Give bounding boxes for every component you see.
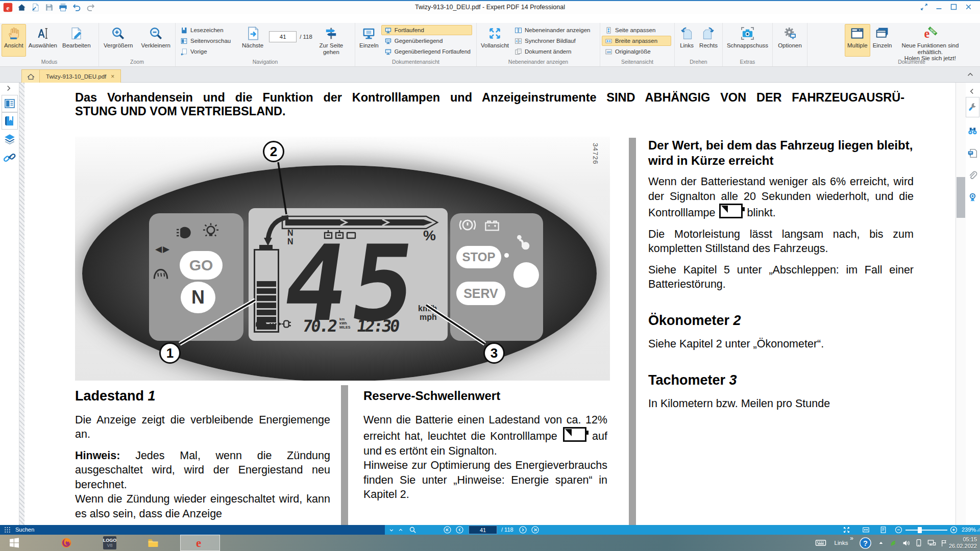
tools-panel-button[interactable] <box>966 97 979 117</box>
gegenueberliegend-fortlaufend-item[interactable]: Gegenüberliegend Fortlaufend <box>381 46 472 57</box>
dokument-aendern-item[interactable]: Dokument ändern <box>511 46 597 57</box>
search-icon[interactable] <box>408 525 417 534</box>
hand-icon <box>6 26 21 41</box>
schnappschuss-button[interactable]: Schnappschuss <box>724 24 771 57</box>
optionen-button[interactable]: Optionen <box>775 24 804 57</box>
attachments-panel-icon[interactable] <box>967 170 978 181</box>
bearbeiten-button[interactable]: Bearbeiten <box>60 24 93 57</box>
search-down-icon[interactable] <box>388 527 395 534</box>
expand-panel-icon[interactable] <box>4 84 13 93</box>
zur-seite-gehen-button[interactable]: Zur Seite gehen <box>315 24 347 57</box>
einzeln-view-button[interactable]: Einzeln <box>357 24 381 57</box>
layers-panel-icon[interactable] <box>3 133 16 146</box>
zoom-slider-track[interactable] <box>905 530 947 531</box>
naechste-button[interactable]: Nächste <box>239 24 266 57</box>
gear-icon <box>782 26 797 41</box>
originalgroesse-item[interactable]: 100Originalgröße <box>602 46 671 57</box>
statusbar: Suchen 41 / 118 239% <box>0 525 980 535</box>
ansicht-mode-button[interactable]: Ansicht <box>2 24 26 57</box>
panel-splitter[interactable] <box>19 83 24 525</box>
rotate-left-button[interactable]: Links <box>677 24 697 57</box>
neue-funktionen-button[interactable]: eNEWNeue Funktionen sind erhältlich.Hole… <box>894 24 966 57</box>
action-center-button[interactable] <box>938 535 949 551</box>
flag-icon <box>940 539 948 547</box>
page-thumbnails-button[interactable] <box>2 95 18 112</box>
sync-scroll-icon <box>514 37 522 45</box>
grid-dots-icon[interactable] <box>3 525 12 534</box>
show-hidden-icons-button[interactable] <box>875 535 887 551</box>
zoom-slider-handle[interactable] <box>918 527 922 533</box>
previous-page-icon[interactable] <box>455 525 464 534</box>
breite-anpassen-item[interactable]: Breite anpassen <box>602 36 671 46</box>
taskbar-expert-pdf-button[interactable]: e <box>180 535 220 551</box>
zoom-in-button[interactable]: Vergrößern <box>101 24 136 57</box>
taskbar-logo-v8-button[interactable]: LOGOV8 <box>93 535 126 551</box>
group-label-optionen <box>773 59 807 66</box>
column-separator <box>629 138 636 525</box>
search-up-icon[interactable] <box>397 527 404 534</box>
single-window-icon <box>875 26 890 41</box>
volume-button[interactable] <box>899 535 913 551</box>
einzeln-document-button[interactable]: Einzeln <box>870 24 895 57</box>
group-label-drehen: Drehen <box>675 59 722 66</box>
comments-panel-icon[interactable] <box>967 148 978 159</box>
auswaehlen-button[interactable]: Auswählen <box>26 24 60 57</box>
keyboard-icon <box>815 537 827 549</box>
document-heading: Das Vorhandensein und die Funktion der K… <box>75 91 904 118</box>
figure-number: 34726 <box>592 143 599 165</box>
battery-warning-icon <box>481 217 503 234</box>
gegenueberliegend-item[interactable]: Gegenüberliegend <box>381 36 472 46</box>
network-button[interactable] <box>925 535 938 551</box>
help-tray-button[interactable]: ? <box>856 535 874 551</box>
close-tab-icon[interactable]: × <box>111 73 114 80</box>
minimize-icon[interactable] <box>935 3 943 11</box>
search-field[interactable]: Suchen <box>15 527 34 533</box>
zoom-out-status-icon[interactable] <box>894 525 903 534</box>
document-tab[interactable]: Twizy-913-10_DEU.pdf × <box>39 69 121 83</box>
seite-anpassen-item[interactable]: Seite anpassen <box>602 25 671 35</box>
expand-right-panel-icon[interactable] <box>967 87 976 96</box>
bookmarks-panel-button[interactable] <box>2 112 18 130</box>
nebeneinander-item[interactable]: Nebeneinander anzeigen <box>511 25 597 35</box>
touch-keyboard-button[interactable] <box>813 535 829 551</box>
statusbar-page-input[interactable]: 41 <box>469 525 497 534</box>
fullscreen-icon[interactable] <box>842 525 851 534</box>
group-label-nebeneinander: Nebeneinander anzeigen <box>477 59 600 66</box>
vertical-scrollbar[interactable] <box>955 83 966 525</box>
taskbar-firefox-button[interactable] <box>50 535 83 551</box>
zoom-in-status-icon[interactable] <box>949 525 958 534</box>
go-indicator: GO <box>180 251 223 280</box>
next-page-icon[interactable] <box>519 525 527 534</box>
home-tab[interactable] <box>21 69 40 83</box>
multiple-documents-button[interactable]: Multiple <box>845 24 870 57</box>
vorige-item[interactable]: Vorige <box>177 46 239 57</box>
links-panel-icon[interactable] <box>3 151 16 164</box>
logo-v8-tile: LOGOV8 <box>103 536 116 549</box>
last-page-icon[interactable] <box>531 525 540 534</box>
tray-app-button[interactable] <box>887 535 899 551</box>
rotate-right-button[interactable]: Rechts <box>697 24 720 57</box>
seitenvorschau-item[interactable]: Seitenvorschau <box>177 36 239 46</box>
lesezeichen-item[interactable]: Lesezeichen <box>177 25 239 35</box>
fit-page-status-icon[interactable] <box>879 525 888 534</box>
signatures-panel-icon[interactable] <box>967 192 978 203</box>
collapse-ribbon-icon[interactable] <box>966 70 975 79</box>
fullscreen-window-icon[interactable] <box>920 3 928 11</box>
zoom-out-button[interactable]: Verkleinern <box>138 24 173 57</box>
maximize-icon[interactable] <box>949 3 958 11</box>
fit-width-status-icon[interactable] <box>862 525 870 534</box>
scrollbar-thumb[interactable] <box>957 177 965 218</box>
fortlaufend-item[interactable]: Fortlaufend <box>381 25 472 35</box>
synchroner-bildlauf-item[interactable]: Synchroner Bildlauf <box>511 36 597 46</box>
close-window-icon[interactable] <box>964 3 973 11</box>
start-button[interactable] <box>3 535 26 551</box>
search-panel-icon[interactable] <box>967 126 978 136</box>
instrument-cluster-figure: ◀▶ GO N N N <box>75 137 610 381</box>
vollansicht-button[interactable]: Vollansicht <box>478 24 511 57</box>
first-page-icon[interactable] <box>443 525 452 534</box>
clock[interactable]: 05:15 26.02.2022 <box>949 536 977 549</box>
taskbar-explorer-button[interactable] <box>137 535 169 551</box>
device-button[interactable] <box>913 535 925 551</box>
links-toolbar[interactable]: Links » <box>831 535 851 551</box>
page-number-input[interactable]: 41 <box>269 31 297 42</box>
